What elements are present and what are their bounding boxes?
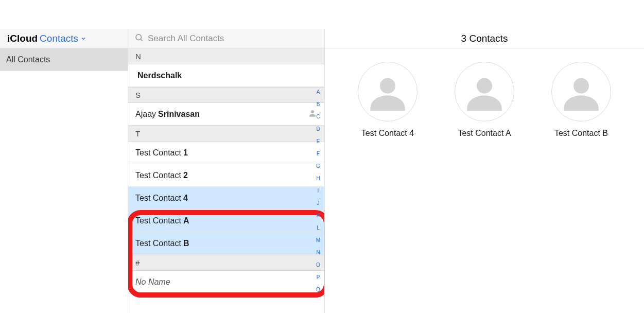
contact-row[interactable]: Test ContactA bbox=[128, 210, 324, 232]
alpha-index-letter[interactable]: H bbox=[316, 176, 320, 181]
avatar-placeholder-icon bbox=[551, 62, 611, 121]
section-header: T bbox=[128, 126, 324, 142]
section-header: N bbox=[128, 48, 324, 64]
alpha-index-letter[interactable]: G bbox=[316, 164, 320, 169]
sidebar: All Contacts bbox=[0, 48, 128, 313]
top-whitespace bbox=[0, 0, 644, 29]
avatar-placeholder-icon bbox=[455, 62, 514, 121]
alpha-index-letter[interactable]: M bbox=[316, 238, 320, 243]
section-header: S bbox=[128, 87, 324, 103]
alpha-index-letter[interactable]: I bbox=[318, 188, 319, 194]
header-row: iCloud Contacts 3 Contacts bbox=[0, 29, 644, 48]
section-dropdown[interactable]: Contacts bbox=[40, 33, 86, 44]
sidebar-item-label: All Contacts bbox=[6, 55, 50, 64]
contacts-list-column: N Nerdschalk S AjaaySrinivasan T Test Co… bbox=[128, 48, 325, 313]
contact-row[interactable]: Test Contact4 bbox=[128, 187, 324, 210]
contact-row[interactable]: Test ContactB bbox=[128, 232, 324, 255]
svg-line-1 bbox=[141, 39, 142, 41]
alpha-index-letter[interactable]: F bbox=[317, 151, 320, 156]
alpha-index-letter[interactable]: J bbox=[317, 201, 320, 206]
avatar-placeholder-icon bbox=[358, 62, 417, 121]
main-content: All Contacts N Nerdschalk S AjaaySriniva… bbox=[0, 48, 644, 313]
contact-card[interactable]: Test Contact 4 bbox=[358, 62, 417, 138]
svg-point-5 bbox=[573, 78, 589, 94]
contact-row[interactable]: Test Contact1 bbox=[128, 142, 324, 164]
section-name: Contacts bbox=[40, 33, 78, 44]
sidebar-item-all-contacts[interactable]: All Contacts bbox=[0, 48, 128, 71]
alpha-index-letter[interactable]: B bbox=[317, 102, 320, 107]
search-icon bbox=[134, 33, 144, 44]
contact-card-name: Test Contact A bbox=[458, 129, 511, 138]
contact-card[interactable]: Test Contact A bbox=[455, 62, 514, 138]
contact-card-name: Test Contact 4 bbox=[361, 129, 414, 138]
contact-row[interactable]: AjaaySrinivasan bbox=[128, 103, 324, 126]
contact-card[interactable]: Test Contact B bbox=[551, 62, 611, 138]
detail-pane: Test Contact 4 Test Contact A Test Conta… bbox=[325, 48, 644, 313]
alpha-index-letter[interactable]: Q bbox=[316, 287, 320, 292]
search-input[interactable] bbox=[148, 33, 318, 44]
selected-contact-cards: Test Contact 4 Test Contact A Test Conta… bbox=[335, 62, 634, 138]
detail-title: 3 Contacts bbox=[325, 29, 644, 48]
alpha-index-letter[interactable]: O bbox=[316, 263, 320, 268]
svg-point-3 bbox=[380, 78, 395, 94]
contacts-list[interactable]: N Nerdschalk S AjaaySrinivasan T Test Co… bbox=[128, 48, 324, 313]
alpha-index-letter[interactable]: N bbox=[316, 250, 320, 255]
contact-row[interactable]: No Name bbox=[128, 271, 324, 293]
alpha-index-letter[interactable]: L bbox=[317, 225, 320, 231]
alpha-index-letter[interactable]: K bbox=[317, 213, 320, 218]
alpha-index-rail[interactable]: A B C D E F G H I J K L M N O P Q bbox=[313, 48, 323, 313]
chevron-down-icon bbox=[80, 33, 86, 44]
alpha-index-letter[interactable]: E bbox=[317, 139, 320, 144]
svg-point-4 bbox=[477, 78, 492, 94]
alpha-index-letter[interactable]: C bbox=[316, 114, 320, 119]
app-name: iCloud bbox=[7, 33, 38, 44]
contact-card-name: Test Contact B bbox=[554, 129, 608, 138]
search-area bbox=[128, 29, 325, 48]
svg-point-0 bbox=[136, 34, 142, 40]
section-header: # bbox=[128, 255, 324, 271]
app-title-dropdown[interactable]: iCloud Contacts bbox=[0, 29, 128, 48]
alpha-index-letter[interactable]: A bbox=[317, 90, 320, 95]
contact-row[interactable]: Nerdschalk bbox=[128, 64, 324, 87]
alpha-index-letter[interactable]: D bbox=[316, 127, 320, 132]
contact-row[interactable]: Test Contact2 bbox=[128, 164, 324, 187]
alpha-index-letter[interactable]: P bbox=[317, 275, 320, 280]
